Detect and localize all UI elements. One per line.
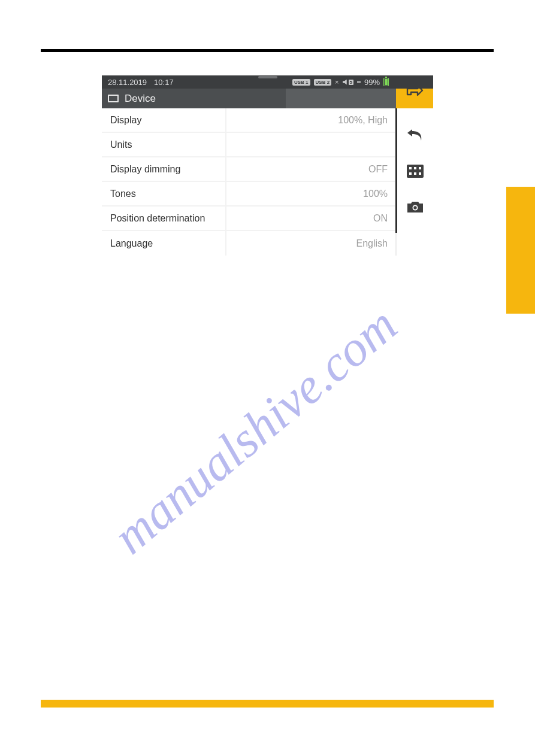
page-side-tab — [506, 187, 535, 314]
volume-level: 5 — [349, 80, 353, 85]
row-language[interactable]: Language English — [102, 231, 395, 256]
row-value: ON — [226, 207, 395, 230]
title-tab[interactable]: Device — [102, 89, 286, 108]
status-date: 28.11.2019 — [108, 78, 147, 87]
svg-rect-6 — [419, 172, 421, 175]
row-label: Display dimming — [102, 157, 226, 181]
svg-rect-5 — [414, 172, 416, 175]
row-value: OFF — [226, 157, 395, 181]
dash-icon — [357, 81, 361, 83]
watermark: manualshive.com — [102, 296, 408, 566]
svg-rect-4 — [409, 172, 412, 175]
usb2-icon: USB 2 — [314, 79, 332, 86]
svg-rect-3 — [419, 167, 421, 169]
row-label: Position determination — [102, 207, 226, 230]
row-units[interactable]: Units — [102, 133, 395, 157]
svg-rect-2 — [414, 167, 416, 169]
page-top-rule — [41, 49, 494, 52]
screen-body: Display 100%, High Units Display dimming… — [102, 108, 433, 256]
title-label: Device — [125, 93, 156, 105]
row-label: Language — [102, 231, 226, 256]
close-x-icon: × — [335, 78, 338, 86]
row-display[interactable]: Display 100%, High — [102, 108, 395, 133]
row-value: 100%, High — [226, 108, 395, 132]
undo-arrow-icon — [406, 126, 424, 142]
row-tones[interactable]: Tones 100% — [102, 182, 395, 207]
device-icon — [108, 95, 119, 102]
battery-percent: 99% — [364, 78, 380, 87]
title-bar: Device — [102, 89, 433, 108]
row-position-determination[interactable]: Position determination ON — [102, 207, 395, 231]
row-label: Units — [102, 133, 226, 156]
usb1-icon: USB 1 — [292, 79, 310, 86]
screenshot-button[interactable] — [406, 201, 424, 216]
speaker-icon — [343, 80, 348, 85]
grid-icon — [407, 165, 424, 178]
status-right: USB 1 USB 2 × 5 99% — [292, 78, 430, 87]
row-display-dimming[interactable]: Display dimming OFF — [102, 157, 395, 182]
row-value: English — [226, 231, 395, 256]
svg-rect-1 — [409, 167, 412, 169]
settings-list: Display 100%, High Units Display dimming… — [102, 108, 395, 256]
status-left: 28.11.2019 10:17 — [105, 78, 174, 87]
volume-indicator: 5 — [343, 80, 353, 85]
status-time: 10:17 — [154, 78, 174, 87]
back-button[interactable] — [406, 126, 424, 144]
svg-point-8 — [413, 206, 416, 209]
row-value — [226, 133, 395, 156]
scrollbar[interactable] — [395, 108, 397, 256]
side-toolbar — [397, 108, 433, 256]
battery-icon — [383, 78, 389, 86]
row-value: 100% — [226, 182, 395, 205]
drag-handle-icon — [258, 76, 277, 78]
keypad-button[interactable] — [407, 165, 424, 180]
camera-icon — [406, 201, 424, 214]
watermark-text: manualshive.com — [102, 296, 407, 564]
device-screenshot: 28.11.2019 10:17 USB 1 USB 2 × 5 99% Dev… — [102, 75, 433, 256]
status-bar: 28.11.2019 10:17 USB 1 USB 2 × 5 99% — [102, 75, 433, 89]
row-label: Tones — [102, 182, 226, 205]
row-label: Display — [102, 108, 226, 132]
page-footer-rule — [41, 700, 494, 708]
svg-rect-0 — [407, 165, 424, 178]
